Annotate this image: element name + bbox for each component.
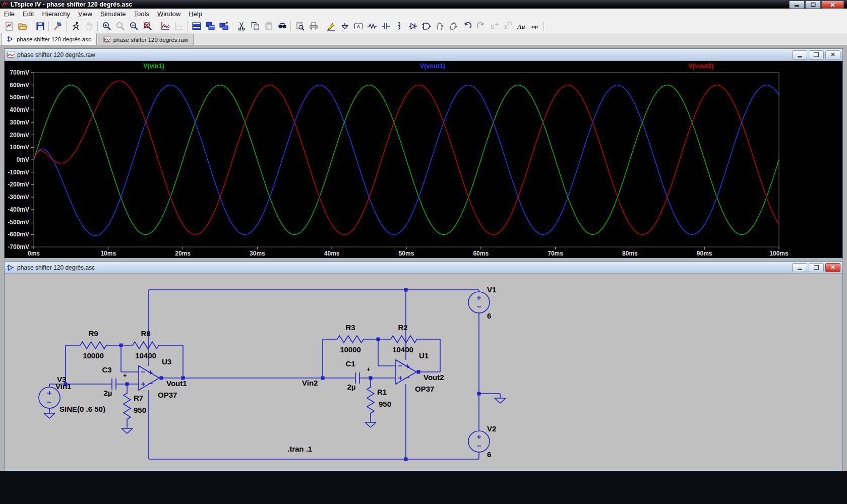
schematic-label-u3-ref[interactable]: U3	[162, 357, 171, 366]
schematic-label-vin2-net[interactable]: Vin2	[302, 379, 318, 387]
schematic-label-c1-plus[interactable]: +	[367, 365, 371, 373]
schematic-label-r1-ref[interactable]: R1	[377, 388, 387, 396]
schematic-label-r8-ref[interactable]: R8	[141, 329, 150, 338]
waveform-window-titlebar[interactable]: phase shifter 120 degrés.raw ✕	[5, 49, 842, 61]
schematic-label-r3-ref[interactable]: R3	[345, 323, 355, 332]
app-minimize-button[interactable]	[789, 1, 805, 9]
cut-button[interactable]	[234, 20, 248, 33]
drag-icon	[449, 21, 459, 31]
menu-hierarchy[interactable]: Hierarchy	[38, 9, 74, 19]
menu-view[interactable]: View	[74, 9, 96, 19]
menu-simulate[interactable]: Simulate	[96, 9, 130, 19]
schematic-label-vout2-net[interactable]: Vout2	[424, 373, 444, 382]
schematic-label-v3-value[interactable]: SINE(0 .6 50)	[59, 405, 105, 413]
app-maximize-button[interactable]	[805, 1, 821, 9]
schematic-label-c1-value[interactable]: 2µ	[347, 383, 356, 391]
menu-help[interactable]: Help	[185, 9, 206, 19]
schematic-label-r3-value[interactable]: 10000	[340, 345, 361, 354]
x-tick-label: 20ms	[175, 250, 191, 257]
new-schematic-button[interactable]	[2, 20, 16, 33]
schematic-label-v2-ref[interactable]: V2	[487, 424, 496, 433]
schematic-label-r2-ref[interactable]: R2	[398, 323, 407, 332]
cascade-windows-button[interactable]	[203, 20, 217, 33]
app-close-button[interactable]	[821, 1, 844, 9]
component-button[interactable]	[419, 20, 433, 33]
net-label-button[interactable]: A	[351, 20, 365, 33]
control-panel-icon	[53, 21, 63, 31]
schematic-label-vout1-net[interactable]: Vout1	[166, 379, 187, 388]
control-panel-button[interactable]	[51, 20, 65, 33]
schematic-label-u3-value[interactable]: OP37	[158, 391, 177, 399]
schematic-label-r7-value[interactable]: 950	[134, 406, 146, 414]
text-button[interactable]: Aa	[515, 20, 528, 33]
diode-button[interactable]	[406, 20, 419, 33]
schematic-label-c1-ref[interactable]: C1	[345, 359, 355, 368]
drag-button[interactable]	[447, 20, 460, 33]
spice-directive-button[interactable]: .op	[528, 20, 542, 33]
menu-tools[interactable]: Tools	[130, 9, 153, 19]
tab-raw[interactable]: phase shifter 120 degrés.raw	[98, 34, 194, 45]
arrange-windows-button[interactable]	[217, 20, 230, 33]
y-tick-label: -500mV	[8, 219, 29, 226]
schematic-label-vin1-net[interactable]: Vin1	[55, 382, 71, 391]
run-button[interactable]	[69, 20, 82, 33]
ltspice-window: LTspice IV - phase shifter 120 degrés.as…	[0, 0, 847, 504]
mirror-button: E	[488, 20, 501, 33]
schematic-restore-button[interactable]	[809, 263, 824, 272]
waveform-plot-area[interactable]: V(vin1)V(vout1)V(vout2)700mV600mV500mV40…	[5, 61, 842, 258]
inductor-button[interactable]	[392, 20, 406, 33]
schematic-minimize-button[interactable]	[792, 263, 807, 272]
schematic-close-button[interactable]: ✕	[825, 263, 840, 272]
zoom-in-button[interactable]	[100, 20, 113, 33]
legend-V(vin1)[interactable]: V(vin1)	[143, 62, 164, 70]
tab-asc[interactable]: phase shifter 120 degrés.asc	[1, 33, 97, 45]
schematic-label-r8-value[interactable]: 10400	[135, 351, 156, 360]
ground-button[interactable]	[338, 20, 351, 33]
schematic-label-u1-ref[interactable]: U1	[419, 351, 429, 360]
schematic-label-v2-value[interactable]: 6	[487, 450, 491, 459]
schematic-window-title: phase shifter 120 degrés.asc	[17, 264, 95, 271]
undo-button[interactable]	[460, 20, 474, 33]
junction-node	[477, 392, 481, 396]
schematic-label-c3-ref[interactable]: C3	[102, 365, 111, 374]
schematic-label-r1-value[interactable]: 950	[379, 400, 391, 408]
zoom-previous-icon	[115, 21, 126, 31]
wave-close-button[interactable]: ✕	[825, 50, 840, 59]
trace-V(vin1)[interactable]	[34, 85, 779, 235]
menu-window[interactable]: Window	[153, 9, 185, 19]
legend-V(vout2)[interactable]: V(vout2)	[688, 62, 713, 70]
capacitor-button[interactable]	[379, 20, 392, 33]
schematic-label-v1-ref[interactable]: V1	[487, 285, 496, 294]
legend-V(vout1)[interactable]: V(vout1)	[420, 62, 445, 70]
schematic-label-c3-value[interactable]: 2µ	[104, 389, 112, 397]
schematic-label-u1-value[interactable]: OP37	[415, 385, 434, 393]
print-preview-button[interactable]	[293, 20, 307, 33]
schematic-label-r2-value[interactable]: 10400	[392, 345, 413, 354]
print-button[interactable]	[307, 20, 320, 33]
schematic-label-r9-value[interactable]: 10000	[83, 351, 104, 360]
schematic-label-r7-ref[interactable]: R7	[134, 394, 143, 402]
resistor-button[interactable]	[365, 20, 379, 33]
autorange-y-button[interactable]	[158, 20, 172, 33]
schematic-label-r9-ref[interactable]: R9	[88, 329, 98, 338]
move-button[interactable]	[433, 20, 447, 33]
zoom-full-extents-button[interactable]	[141, 20, 154, 33]
trace-V(vout2)[interactable]	[34, 81, 779, 234]
schematic-label-tran-directive[interactable]: .tran .1	[287, 445, 312, 453]
wave-minimize-button[interactable]	[792, 50, 807, 59]
save-button[interactable]	[33, 20, 47, 33]
schematic-canvas[interactable]: V3Vin1SINE(0 .6 50)R910000R810400C3+2µU3…	[5, 274, 842, 470]
menu-edit[interactable]: Edit	[19, 9, 38, 19]
schematic-label-v1-value[interactable]: 6	[487, 311, 491, 320]
wave-restore-button[interactable]	[809, 50, 824, 59]
tile-windows-button[interactable]	[190, 20, 203, 33]
zoom-out-button[interactable]	[127, 20, 141, 33]
schematic-window-titlebar[interactable]: phase shifter 120 degrés.asc ✕	[5, 262, 842, 274]
copy-button[interactable]	[248, 20, 262, 33]
schematic-label-c3-plus[interactable]: +	[123, 371, 127, 379]
menu-file[interactable]: File	[0, 9, 19, 19]
open-button[interactable]	[16, 20, 29, 33]
find-button[interactable]	[275, 20, 289, 33]
wire-button[interactable]	[324, 20, 338, 33]
component-icon	[421, 21, 432, 31]
